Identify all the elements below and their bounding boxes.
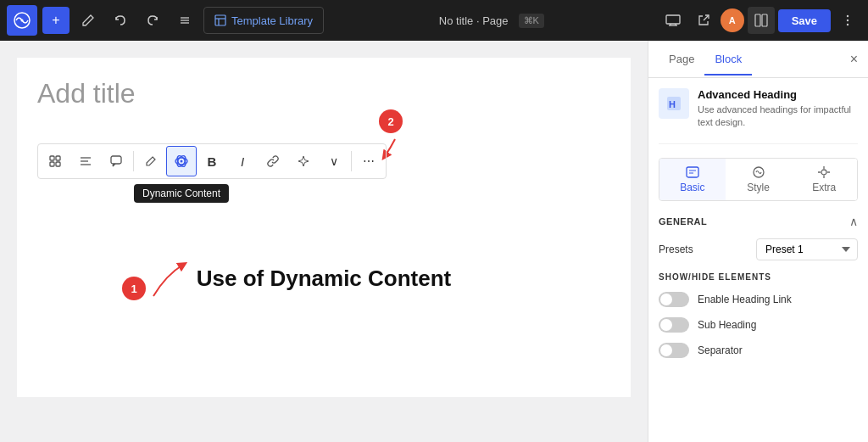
more-options-button[interactable] — [834, 7, 861, 34]
show-hide-section: SHOW/HIDE ELEMENTS Enable Heading Link S… — [659, 272, 858, 358]
settings-sidebar-button[interactable] — [748, 7, 775, 34]
svg-point-17 — [847, 24, 849, 25]
separator-row: Separator — [659, 343, 858, 358]
show-hide-title: SHOW/HIDE ELEMENTS — [659, 272, 858, 282]
dynamic-content-tooltip: Dynamic Content — [134, 184, 229, 203]
annotation-badge-2: 2 — [379, 109, 403, 133]
tab-extra[interactable]: Extra — [791, 159, 857, 200]
svg-rect-25 — [111, 156, 121, 164]
more-formats-button[interactable]: ∨ — [319, 146, 349, 176]
ai-button[interactable] — [288, 146, 319, 176]
block-icon: H — [659, 88, 689, 119]
panel-body: H Advanced Heading Use advanced headings… — [648, 78, 868, 442]
page-title-area: No title · Page ⌘K — [329, 14, 654, 28]
svg-rect-20 — [50, 162, 54, 166]
list-view-button[interactable] — [171, 7, 198, 34]
block-selector-button[interactable] — [40, 146, 70, 176]
general-collapse-button[interactable]: ∧ — [849, 215, 858, 228]
svg-rect-13 — [755, 14, 760, 26]
tab-style[interactable]: Style — [726, 159, 792, 200]
comment-button[interactable] — [101, 146, 131, 176]
general-section-header: General ∧ — [659, 215, 858, 228]
toolbar-divider-2 — [351, 151, 352, 171]
save-button[interactable]: Save — [778, 9, 831, 32]
dynamic-content-button[interactable]: Dynamic Content — [166, 146, 197, 176]
svg-point-15 — [847, 15, 849, 17]
wp-logo[interactable] — [7, 5, 37, 36]
presets-row: Presets Preset 1 Preset 2 Preset 3 — [659, 238, 858, 260]
add-title-placeholder[interactable]: Add title — [37, 78, 610, 109]
tab-block[interactable]: Block — [704, 44, 752, 76]
avatar[interactable]: A — [721, 8, 744, 32]
undo-button[interactable] — [107, 7, 134, 34]
toolbar-more-options-button[interactable]: ⋯ — [353, 146, 384, 176]
format-pencil-button[interactable] — [136, 146, 166, 176]
svg-line-12 — [704, 15, 709, 20]
svg-rect-33 — [687, 167, 698, 177]
top-bar: + Template Library No title · P — [0, 0, 868, 41]
sub-tabs: Basic Style — [659, 158, 858, 201]
top-right-actions: A Save — [659, 7, 861, 34]
svg-rect-5 — [215, 15, 225, 25]
svg-rect-18 — [50, 156, 54, 160]
svg-rect-19 — [56, 156, 60, 160]
editor-area: Add title 2 — [0, 41, 648, 442]
presets-label: Presets — [659, 243, 693, 255]
italic-button[interactable]: I — [227, 146, 258, 176]
panel-close-button[interactable]: × — [850, 52, 858, 67]
tab-basic-label: Basic — [680, 182, 704, 193]
link-button[interactable] — [258, 146, 288, 176]
svg-point-37 — [821, 170, 826, 175]
block-desc: Use advanced headings for impactful text… — [698, 104, 858, 130]
bold-button[interactable]: B — [197, 146, 227, 176]
presets-select[interactable]: Preset 1 Preset 2 Preset 3 — [756, 238, 858, 260]
tab-style-label: Style — [747, 182, 770, 193]
desktop-view-button[interactable] — [659, 7, 687, 34]
template-library-button[interactable]: Template Library — [203, 7, 324, 34]
annotation-badge-1: 1 — [122, 277, 146, 300]
sub-heading-row: Sub Heading — [659, 317, 858, 333]
separator-label: Separator — [698, 344, 743, 356]
external-link-button[interactable] — [690, 7, 717, 34]
enable-heading-link-label: Enable Heading Link — [698, 294, 792, 305]
tab-page[interactable]: Page — [659, 44, 704, 76]
svg-point-16 — [847, 20, 849, 21]
edit-mode-button[interactable] — [75, 7, 102, 34]
svg-marker-30 — [298, 156, 309, 166]
sub-heading-toggle[interactable] — [659, 317, 689, 333]
enable-heading-link-row: Enable Heading Link — [659, 292, 858, 307]
svg-point-1 — [21, 20, 24, 22]
annotation-arrow-1 — [149, 258, 192, 300]
right-panel: Page Block × H Advanced Heading Use adva… — [648, 41, 868, 442]
template-library-label: Template Library — [231, 14, 313, 27]
panel-tabs: Page Block × — [648, 41, 868, 78]
add-block-button[interactable]: + — [42, 7, 70, 34]
page-title: No title · Page — [439, 14, 509, 27]
svg-rect-8 — [666, 15, 680, 24]
svg-rect-14 — [762, 14, 767, 26]
svg-rect-21 — [56, 162, 60, 166]
editor-content: Add title 2 — [17, 58, 631, 397]
svg-text:H: H — [669, 99, 676, 109]
block-title: Advanced Heading — [698, 88, 858, 101]
block-info: H Advanced Heading Use advanced headings… — [659, 88, 858, 144]
editor-toolbar: Dynamic Content B I — [37, 143, 387, 179]
redo-button[interactable] — [139, 7, 166, 34]
general-section-title: General — [659, 216, 707, 227]
align-button[interactable] — [70, 146, 101, 176]
page-shortcut: ⌘K — [519, 14, 544, 28]
enable-heading-link-toggle[interactable] — [659, 292, 689, 307]
tab-basic[interactable]: Basic — [659, 159, 726, 200]
main-layout: Add title 2 — [0, 41, 868, 442]
block-info-text: Advanced Heading Use advanced headings f… — [698, 88, 858, 130]
svg-point-29 — [181, 160, 183, 163]
separator-toggle[interactable] — [659, 343, 689, 358]
toolbar-divider-1 — [133, 151, 134, 171]
tab-extra-label: Extra — [812, 182, 836, 193]
sub-heading-label: Sub Heading — [698, 319, 756, 331]
